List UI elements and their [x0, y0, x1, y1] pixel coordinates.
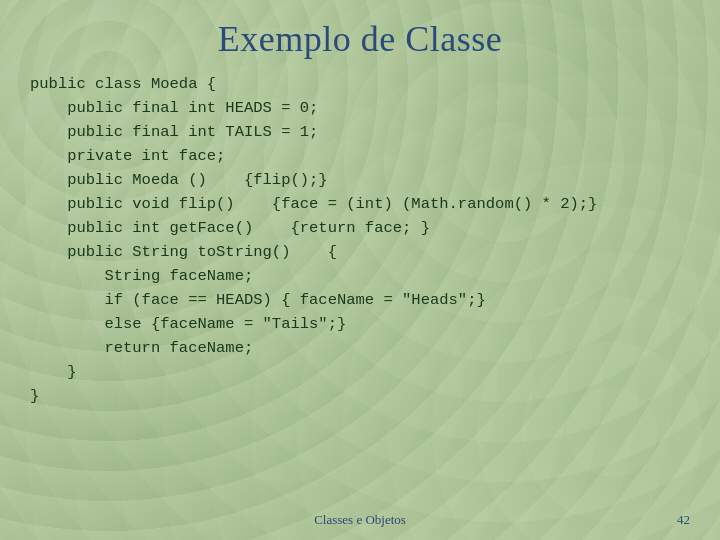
- code-line: if (face == HEADS) { faceName = "Heads";…: [30, 288, 690, 312]
- slide: Exemplo de Classe public class Moeda { p…: [0, 0, 720, 540]
- code-line: public final int TAILS = 1;: [30, 120, 690, 144]
- code-line: public void flip() {face = (int) (Math.r…: [30, 192, 690, 216]
- code-line: }: [30, 384, 690, 408]
- code-line: String faceName;: [30, 264, 690, 288]
- code-line: private int face;: [30, 144, 690, 168]
- slide-footer: Classes e Objetos 42: [0, 504, 720, 540]
- slide-title: Exemplo de Classe: [20, 18, 700, 60]
- code-line: public int getFace() {return face; }: [30, 216, 690, 240]
- code-line: else {faceName = "Tails";}: [30, 312, 690, 336]
- code-line: public Moeda () {flip();}: [30, 168, 690, 192]
- code-line: public final int HEADS = 0;: [30, 96, 690, 120]
- code-line: }: [30, 360, 690, 384]
- code-block: public class Moeda { public final int HE…: [30, 72, 690, 408]
- footer-page-number: 42: [677, 512, 690, 528]
- code-line: public class Moeda {: [30, 72, 690, 96]
- slide-header: Exemplo de Classe: [0, 0, 720, 68]
- code-line: public String toString() {: [30, 240, 690, 264]
- code-line: return faceName;: [30, 336, 690, 360]
- footer-center-label: Classes e Objetos: [314, 512, 406, 528]
- slide-content: public class Moeda { public final int HE…: [0, 68, 720, 504]
